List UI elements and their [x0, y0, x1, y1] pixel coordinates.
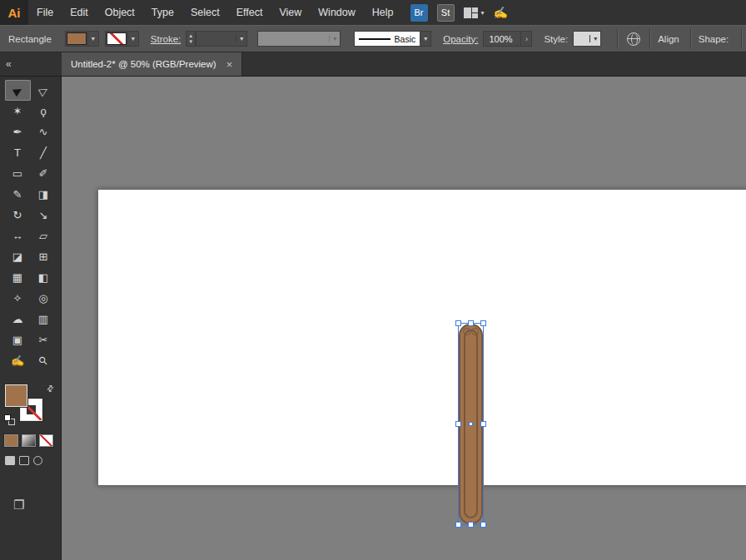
rectangle-tool-icon: ▭ [12, 167, 22, 180]
rectangle-tool-button[interactable]: ▭ [5, 163, 31, 184]
chevron-down-icon[interactable]: ▾ [236, 35, 246, 42]
touch-workspace-icon[interactable]: ✍ [494, 6, 508, 19]
menu-help[interactable]: Help [364, 0, 402, 25]
blend-tool-button[interactable]: ◎ [31, 288, 57, 309]
scale-tool-button[interactable]: ↘ [31, 205, 57, 225]
pen-tool-button[interactable]: ✒ [5, 121, 31, 142]
gradient-tool-button[interactable]: ◧ [31, 267, 57, 288]
variable-width-profile-dropdown[interactable]: Basic ▾ [354, 31, 431, 47]
line-segment-tool-button[interactable]: ╱ [31, 142, 57, 163]
shape-builder-tool-button[interactable]: ◪ [5, 246, 31, 267]
brush-definition-dropdown: ▾ [257, 31, 341, 47]
handle-bottom-right[interactable] [480, 522, 486, 528]
bridge-button[interactable]: Br [410, 4, 428, 22]
close-icon[interactable]: × [226, 59, 233, 70]
stroke-color-dropdown[interactable]: ▾ [105, 31, 139, 47]
menu-select[interactable]: Select [182, 0, 228, 25]
slice-tool-button[interactable]: ✂ [31, 330, 57, 350]
menu-file[interactable]: File [28, 0, 62, 25]
swap-fill-stroke-icon[interactable]: ⇄ [44, 383, 56, 394]
rotate-tool-icon: ↻ [13, 209, 22, 221]
width-tool-button[interactable]: ↔ [5, 225, 31, 246]
draw-behind-button[interactable] [19, 456, 29, 465]
perspective-grid-tool-button[interactable]: ⊞ [31, 246, 57, 267]
menu-type[interactable]: Type [143, 0, 182, 25]
fill-color-swatch[interactable] [67, 32, 87, 45]
artboard [97, 189, 746, 486]
stroke-panel-link[interactable]: Stroke: [151, 34, 181, 44]
opacity-flyout-icon[interactable]: › [521, 31, 532, 47]
handle-bottom-center[interactable] [468, 522, 474, 528]
draw-normal-button[interactable] [5, 456, 15, 465]
hand-tool-button[interactable]: ✍ [5, 350, 31, 371]
collapse-toolbar-icon[interactable]: « [6, 58, 12, 70]
handle-top-right[interactable] [480, 320, 486, 326]
recolor-artwork-icon[interactable] [627, 32, 640, 46]
stroke-weight-dropdown[interactable]: ▾ [196, 31, 247, 47]
menu-effect[interactable]: Effect [228, 0, 271, 25]
workspace-switcher-button[interactable]: ▾ [464, 7, 485, 18]
stock-button[interactable]: St [437, 4, 455, 22]
stroke-profile-preview [359, 38, 390, 40]
default-fill-stroke-icon[interactable] [4, 414, 17, 428]
fill-color-dropdown[interactable]: ▾ [65, 31, 99, 47]
align-label[interactable]: Align [658, 34, 679, 44]
free-transform-tool-button[interactable]: ▱ [31, 225, 57, 246]
symbol-sprayer-tool-button[interactable]: ☁ [5, 309, 31, 330]
handle-middle-left[interactable] [455, 421, 461, 427]
handle-bottom-left[interactable] [455, 522, 461, 528]
magic-wand-tool-button[interactable]: ✶ [5, 101, 31, 121]
opacity-panel-link[interactable]: Opacity: [443, 34, 478, 44]
zoom-tool-button[interactable]: ⚲ [31, 350, 57, 371]
column-graph-tool-button[interactable]: ▥ [31, 309, 57, 330]
stepper-up-icon[interactable]: ▲ [186, 33, 195, 39]
draw-inside-button[interactable] [33, 456, 42, 465]
menu-window[interactable]: Window [310, 0, 363, 25]
graphic-style-dropdown[interactable]: ▾ [573, 31, 601, 47]
handle-middle-right[interactable] [480, 421, 486, 427]
direct-selection-tool-button[interactable]: ▷ [31, 80, 57, 101]
chevron-down-icon[interactable]: ▾ [420, 35, 430, 42]
change-screen-mode-button[interactable]: ❐ [13, 498, 24, 513]
menu-object[interactable]: Object [97, 0, 143, 25]
menu-edit[interactable]: Edit [62, 0, 97, 25]
stroke-weight-stepper[interactable]: ▲ ▼ [186, 31, 196, 47]
color-button[interactable] [4, 434, 18, 447]
document-tab[interactable]: Untitled-2* @ 50% (RGB/Preview) × [62, 52, 242, 76]
type-tool-button[interactable]: T [5, 142, 31, 163]
gradient-button[interactable] [22, 434, 36, 447]
lasso-tool-button[interactable]: ϙ [31, 101, 57, 121]
eyedropper-tool-button[interactable]: ✧ [5, 288, 31, 309]
mesh-tool-button[interactable]: ▦ [5, 267, 31, 288]
chevron-down-icon[interactable]: ▾ [87, 32, 98, 46]
stroke-none-swatch[interactable] [107, 32, 127, 45]
opacity-value-field[interactable]: 100% [483, 31, 521, 47]
separator [649, 29, 650, 49]
rotate-tool-button[interactable]: ↻ [5, 205, 31, 225]
fill-color-indicator[interactable] [5, 384, 27, 407]
artboard-tool-button[interactable]: ▣ [5, 330, 31, 350]
paintbrush-tool-button[interactable]: ✐ [31, 163, 57, 184]
stepper-down-icon[interactable]: ▼ [186, 39, 195, 45]
none-button[interactable] [39, 434, 53, 447]
column-graph-tool-icon: ▥ [38, 313, 48, 325]
eraser-tool-button[interactable]: ◨ [31, 184, 57, 205]
selection-bounding-box [458, 323, 484, 525]
separator [617, 29, 618, 49]
symbol-sprayer-tool-icon: ☁ [12, 313, 23, 325]
separator [741, 29, 742, 49]
chevron-down-icon[interactable]: ▾ [589, 35, 600, 42]
fill-stroke-controls: ⇄ ❐ [0, 383, 62, 560]
handle-top-left[interactable] [455, 320, 461, 326]
line-segment-tool-icon: ╱ [40, 146, 47, 159]
pencil-tool-button[interactable]: ✎ [5, 184, 31, 205]
selection-tool-button[interactable]: ▶ [5, 80, 31, 101]
selection-type-label: Rectangle [8, 34, 52, 44]
handle-top-center[interactable] [468, 320, 474, 326]
curvature-tool-button[interactable]: ∿ [31, 121, 57, 142]
canvas-pasteboard[interactable] [62, 77, 746, 560]
chevron-down-icon[interactable]: ▾ [127, 32, 138, 46]
object-center-point[interactable] [469, 422, 473, 426]
menu-view[interactable]: View [271, 0, 310, 25]
scale-tool-icon: ↘ [39, 209, 48, 221]
